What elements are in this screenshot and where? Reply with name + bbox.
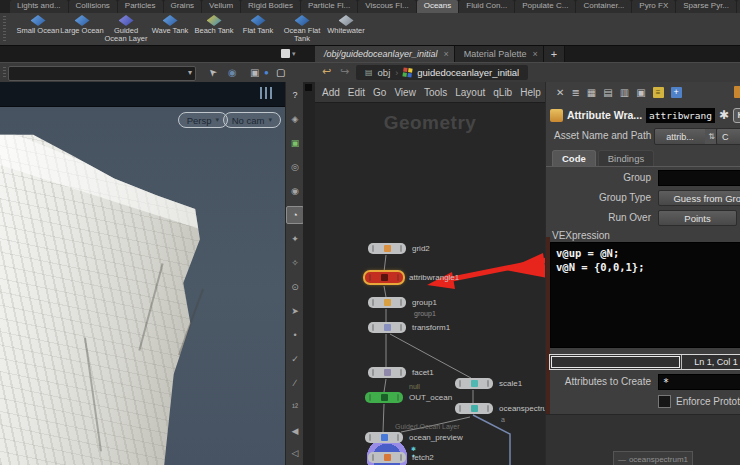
group-type-row: Group Type Guess from Group <box>546 190 740 208</box>
view-layout-icon[interactable]: ◈ <box>286 110 304 128</box>
gear-icon[interactable]: ✱ <box>719 108 729 122</box>
close-icon[interactable]: × <box>532 49 537 59</box>
pane-split-icon[interactable]: ▤ <box>603 87 612 98</box>
tools-icon[interactable]: ✕ <box>556 87 564 98</box>
run-over-dropdown[interactable]: Points <box>658 210 737 226</box>
audio-icon[interactable]: ◀ <box>286 422 304 440</box>
window-icon[interactable]: ▣ <box>636 87 645 98</box>
node-ocean-preview[interactable]: Guided Ocean Layer ocean_preview ✱ ✦ <box>365 432 403 443</box>
node-name-input[interactable]: attribwrang <box>646 108 715 123</box>
vertex-markers-icon[interactable]: ✓ <box>286 350 304 368</box>
display-points-icon[interactable]: ⊙ <box>286 278 304 296</box>
attributes-to-create-input[interactable]: * <box>658 374 740 390</box>
group-input[interactable] <box>658 170 740 186</box>
enforce-prototypes-checkbox[interactable] <box>658 395 671 408</box>
node-transform1[interactable]: transform1 <box>368 322 406 333</box>
pivot-icon[interactable]: ◉ <box>286 182 304 200</box>
shelf-tab-pyro[interactable]: Pyro FX <box>632 0 675 13</box>
pane-divider[interactable] <box>303 82 315 465</box>
shelf-tab-lights[interactable]: Lights and... <box>10 0 68 13</box>
breadcrumb-current-node[interactable]: guidedoceanlayer_initial <box>417 67 519 78</box>
network-editor[interactable]: Geometry Add Edit Go View Tools Layout q… <box>315 82 545 465</box>
tool-flat-tank[interactable]: Flat Tank <box>236 13 280 45</box>
tab-code[interactable]: Code <box>552 150 596 166</box>
shaded-mode-icon[interactable]: ◔ <box>286 206 304 224</box>
tool-guided-ocean-layer[interactable]: Guided Ocean Layer <box>104 13 148 45</box>
node-out-ocean[interactable]: null OUT_ocean <box>365 392 403 403</box>
scene-viewport[interactable]: Persp ▾ No cam ▾ <box>0 82 285 465</box>
houdini-badge-icon[interactable]: H <box>733 108 740 123</box>
back-icon[interactable]: ↩ <box>322 65 331 78</box>
node-group1[interactable]: group1 group1 <box>368 297 406 308</box>
tab-material-palette[interactable]: Material Palette × <box>455 46 544 62</box>
shelf-tab-particles[interactable]: Particles <box>118 0 163 13</box>
shelf-tab-particle-fluids[interactable]: Particle Fl... <box>301 0 357 13</box>
shelf-tab-populate[interactable]: Populate C... <box>515 0 575 13</box>
persp-view-selector[interactable]: Persp ▾ <box>178 112 228 128</box>
shelf-tab-fluid-containers[interactable]: Fluid Con... <box>459 0 514 13</box>
vex-code-editor[interactable]: v@up = @N; v@N = {0,0,1}; <box>550 242 740 348</box>
tool-whitewater[interactable]: Whitewater <box>324 13 368 45</box>
tool-small-ocean[interactable]: Small Ocean <box>16 13 60 45</box>
camera-selector[interactable]: No cam ▾ <box>223 112 281 128</box>
sticky-note-icon[interactable]: ≡ <box>653 87 664 98</box>
point-numbers-icon[interactable]: ¹² <box>286 398 304 416</box>
shelf-grip-handle[interactable] <box>3 16 6 42</box>
minimized-pane-tab[interactable]: — oceanspectrum1 <box>613 451 693 465</box>
tool-label: Beach Tank <box>194 27 233 35</box>
pane-menu-button[interactable]: ▾ <box>281 49 296 58</box>
tool-large-ocean[interactable]: Large Ocean <box>60 13 104 45</box>
grid-icon[interactable]: ▦ <box>587 87 596 98</box>
audio-alt-icon[interactable]: ◁ <box>286 444 304 462</box>
white-square-icon[interactable]: ▢ <box>276 66 285 79</box>
tool-ocean-flat-tank[interactable]: Ocean Flat Tank <box>280 13 324 45</box>
help-icon[interactable]: ? <box>286 86 304 104</box>
new-tab-button[interactable]: + <box>544 46 565 62</box>
shelf-tab-oceans[interactable]: Oceans <box>417 0 459 13</box>
node-grid2[interactable]: grid2 <box>368 243 406 254</box>
node-facet1[interactable]: facet1 <box>368 367 406 378</box>
point-markers-icon[interactable]: • <box>286 326 304 344</box>
guided-ocean-layer-icon <box>119 15 134 26</box>
close-icon[interactable]: × <box>444 49 449 59</box>
clipped-toolbar-icon[interactable] <box>734 86 740 98</box>
node-attribwrangle1[interactable]: attribwrangle1 <box>365 272 403 283</box>
shelf-tab-sparse-pyro[interactable]: Sparse Pyr... <box>676 0 736 13</box>
snapshot-icon[interactable]: ▣ <box>286 134 304 152</box>
toolbar-grip-handle[interactable] <box>3 67 6 79</box>
pane-layout-icon[interactable]: ▥ <box>620 87 629 98</box>
prim-normals-icon[interactable]: ∕ <box>286 374 304 392</box>
clipped-asset-button[interactable]: C <box>716 128 740 145</box>
tab-obj-guidedoceanlayer[interactable]: /obj/guidedoceanlayer_initial × <box>315 46 455 62</box>
breadcrumb: ▤ obj › guidedoceanlayer_initial <box>356 65 528 80</box>
box-icon[interactable]: ▣ <box>250 66 259 79</box>
breadcrumb-root[interactable]: obj <box>378 67 391 78</box>
tool-beach-tank[interactable]: Beach Tank <box>192 13 236 45</box>
shelf-tab-grains[interactable]: Grains <box>164 0 202 13</box>
globe-icon[interactable]: ◉ <box>228 66 237 79</box>
node-scale1[interactable]: scale1 <box>455 378 493 389</box>
tool-wave-tank[interactable]: Wave Tank <box>148 13 192 45</box>
node-fetch2[interactable]: fetch2 ✱ <box>368 452 406 463</box>
forward-icon[interactable]: ↪ <box>340 65 349 78</box>
normals-icon[interactable]: ➤ <box>286 302 304 320</box>
snapping-combo[interactable]: ▾ <box>8 66 196 81</box>
list-icon[interactable]: ≣ <box>571 87 579 98</box>
shelf-tab-vellum[interactable]: Vellum <box>202 0 240 13</box>
group-type-dropdown[interactable]: Guess from Group <box>658 190 740 206</box>
blue-dot-icon[interactable]: ● <box>264 66 269 79</box>
tab-bindings[interactable]: Bindings <box>598 150 654 166</box>
display-options-icon[interactable] <box>260 87 273 99</box>
lighting-icon[interactable]: ✦ <box>286 230 304 248</box>
shelf-tab-containers[interactable]: Container... <box>576 0 631 13</box>
shelf-tab-rigid-bodies[interactable]: Rigid Bodies <box>241 0 300 13</box>
node-oceanspectrum1[interactable]: oceanspectrum1 a <box>455 403 493 414</box>
shelf-tab-collisions[interactable]: Collisions <box>69 0 117 13</box>
asset-menu-button[interactable]: attrib... <box>654 128 706 145</box>
node-note: Guided Ocean Layer <box>395 423 460 430</box>
lock-camera-icon[interactable]: ◎ <box>286 158 304 176</box>
background-image-icon[interactable]: + <box>671 87 682 98</box>
shelf-tab-viscous-fluids[interactable]: Viscous Fl... <box>358 0 415 13</box>
headlight-icon[interactable]: ✧ <box>286 254 304 272</box>
select-arrow-icon[interactable]: ➤ <box>205 65 220 80</box>
